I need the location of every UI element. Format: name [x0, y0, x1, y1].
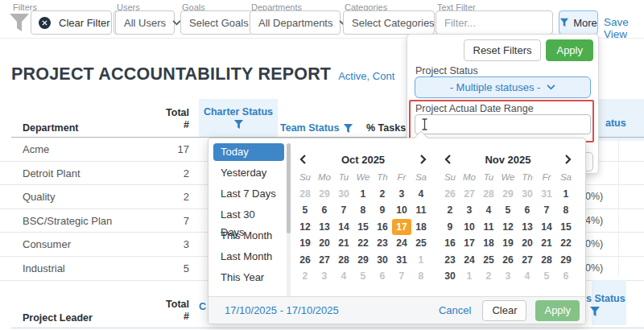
text-filter-input[interactable] — [436, 17, 552, 29]
day-cell[interactable]: 27 — [460, 186, 479, 203]
preset-scrollbar[interactable] — [287, 143, 291, 296]
day-cell[interactable]: 6 — [518, 202, 537, 219]
day-cell[interactable]: 16 — [373, 219, 392, 236]
day-cell[interactable]: 19 — [295, 235, 315, 252]
next-month-icon[interactable] — [416, 155, 431, 164]
day-cell[interactable]: 31 — [392, 252, 411, 269]
day-cell[interactable]: 30 — [373, 252, 392, 269]
day-cell[interactable]: 14 — [334, 219, 353, 236]
scrollbar-thumb[interactable] — [287, 143, 291, 233]
day-cell[interactable]: 27 — [518, 252, 537, 269]
day-cell[interactable]: 6 — [556, 268, 576, 285]
day-cell[interactable]: 8 — [411, 268, 431, 285]
more-filters-button[interactable]: More — [559, 10, 598, 35]
day-cell[interactable]: 2 — [440, 202, 460, 219]
clear-filter-button[interactable]: Clear Filter — [31, 10, 112, 35]
day-cell[interactable]: 31 — [537, 186, 556, 203]
day-cell[interactable]: 4 — [518, 268, 537, 285]
day-cell[interactable]: 1 — [353, 186, 373, 203]
text-filter-field[interactable] — [436, 10, 553, 35]
day-cell[interactable]: 3 — [392, 186, 411, 203]
day-cell[interactable]: 3 — [315, 268, 334, 285]
day-cell[interactable]: 18 — [411, 219, 431, 236]
day-cell[interactable]: 29 — [315, 186, 334, 203]
day-cell[interactable]: 23 — [373, 235, 392, 252]
day-cell[interactable]: 7 — [334, 202, 353, 219]
preset-yesterday[interactable]: Yesterday — [213, 164, 284, 182]
clear-button[interactable]: Clear — [482, 300, 526, 321]
preset-last-month[interactable]: Last Month — [213, 248, 284, 266]
day-cell[interactable]: 2 — [295, 268, 315, 285]
day-cell[interactable]: 30 — [440, 268, 460, 285]
day-cell[interactable]: 28 — [334, 252, 353, 269]
day-cell[interactable]: 29 — [353, 252, 373, 269]
day-cell[interactable]: 7 — [392, 268, 411, 285]
categories-dropdown[interactable]: Select Categories — [343, 10, 435, 35]
preset-today[interactable]: Today — [213, 143, 284, 161]
day-cell[interactable]: 17 — [392, 219, 411, 236]
preset-this-year[interactable]: This Year — [213, 269, 284, 287]
users-dropdown[interactable]: All Users — [115, 10, 175, 35]
day-cell[interactable]: 15 — [556, 219, 576, 236]
apply-filters-button[interactable]: Apply — [546, 39, 593, 61]
day-cell[interactable]: 21 — [537, 235, 556, 252]
day-cell[interactable]: 7 — [537, 202, 556, 219]
save-view-link[interactable]: Save View — [604, 16, 644, 40]
day-cell[interactable]: 29 — [556, 252, 576, 269]
day-cell[interactable]: 4 — [411, 186, 431, 203]
day-cell[interactable]: 8 — [556, 202, 576, 219]
goals-dropdown[interactable]: Select Goals — [180, 10, 253, 35]
day-cell[interactable]: 23 — [440, 252, 460, 269]
filter-icon[interactable] — [343, 123, 353, 134]
day-cell[interactable]: 6 — [315, 202, 334, 219]
day-cell[interactable]: 24 — [460, 252, 479, 269]
day-cell[interactable]: 27 — [315, 252, 334, 269]
prev-month-icon[interactable] — [295, 155, 310, 164]
day-cell[interactable]: 13 — [518, 219, 537, 236]
day-cell[interactable]: 24 — [392, 235, 411, 252]
day-cell[interactable]: 25 — [411, 235, 431, 252]
day-cell[interactable]: 5 — [498, 202, 518, 219]
day-cell[interactable]: 28 — [479, 186, 498, 203]
preset-last-7-days[interactable]: Last 7 Days — [213, 185, 284, 203]
day-cell[interactable]: 21 — [334, 235, 353, 252]
day-cell[interactable]: 11 — [479, 219, 498, 236]
filter-icon[interactable] — [589, 306, 601, 317]
day-cell[interactable]: 1 — [411, 252, 431, 269]
day-cell[interactable]: 10 — [392, 202, 411, 219]
day-cell[interactable]: 20 — [518, 235, 537, 252]
day-cell[interactable]: 30 — [334, 186, 353, 203]
day-cell[interactable]: 1 — [460, 268, 479, 285]
day-cell[interactable]: 14 — [537, 219, 556, 236]
prev-month-icon[interactable] — [440, 155, 455, 164]
day-cell[interactable]: 3 — [498, 268, 518, 285]
departments-dropdown[interactable]: All Departments — [250, 10, 341, 35]
day-cell[interactable]: 9 — [373, 202, 392, 219]
preset-last-30-days[interactable]: Last 30 Days — [213, 206, 284, 224]
project-status-dropdown[interactable]: - Multiple statuses - — [415, 76, 591, 98]
day-cell[interactable]: 16 — [440, 235, 460, 252]
day-cell[interactable]: 26 — [295, 252, 315, 269]
day-cell[interactable]: 2 — [373, 186, 392, 203]
picker-apply-button[interactable]: Apply — [535, 300, 580, 321]
day-cell[interactable]: 11 — [411, 202, 431, 219]
day-cell[interactable]: 19 — [498, 235, 518, 252]
day-cell[interactable]: 20 — [315, 235, 334, 252]
day-cell[interactable]: 8 — [353, 202, 373, 219]
day-cell[interactable]: 4 — [479, 202, 498, 219]
day-cell[interactable]: 30 — [518, 186, 537, 203]
day-cell[interactable]: 25 — [479, 252, 498, 269]
day-cell[interactable]: 12 — [295, 219, 315, 236]
day-cell[interactable]: 28 — [537, 252, 556, 269]
day-cell[interactable]: 26 — [440, 186, 460, 203]
day-cell[interactable]: 26 — [498, 252, 518, 269]
next-month-icon[interactable] — [561, 155, 576, 164]
reset-filters-button[interactable]: Reset Filters — [464, 39, 542, 61]
date-range-input[interactable] — [415, 114, 591, 134]
day-cell[interactable]: 1 — [556, 186, 576, 203]
day-cell[interactable]: 29 — [498, 186, 518, 203]
day-cell[interactable]: 6 — [373, 268, 392, 285]
day-cell[interactable]: 28 — [295, 186, 315, 203]
day-cell[interactable]: 22 — [353, 235, 373, 252]
preset-this-month[interactable]: This Month — [213, 227, 284, 245]
